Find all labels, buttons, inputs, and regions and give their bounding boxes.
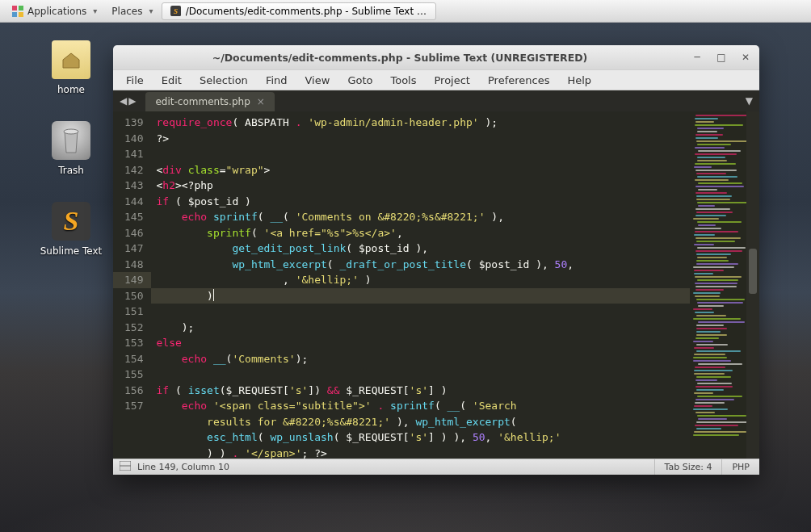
sublime-window: ~/Documents/edit-comments.php - Sublime … [113,45,759,475]
vertical-scrollbar[interactable] [746,111,759,459]
menu-project[interactable]: Project [426,72,477,89]
menu-find[interactable]: Find [258,72,296,89]
menu-edit[interactable]: Edit [153,72,190,89]
apps-icon [11,5,24,18]
tab-bar: ◀ ▶ edit-comments.php × ▼ [113,90,759,111]
taskbar-window-title: /Documents/edit-comments.php - Sublime T… [186,6,427,17]
line-gutter: 1391401411421431441451461471481491501511… [113,111,151,459]
tab-label: edit-comments.php [155,96,250,107]
places-label: Places [111,6,142,17]
tab-prev-icon[interactable]: ◀ [120,95,127,107]
tab-size[interactable]: Tab Size: 4 [654,459,722,475]
tab-close-icon[interactable]: × [257,96,265,107]
sublime-icon: S [52,202,90,241]
tab-overflow-icon[interactable]: ▼ [746,95,753,107]
trash-icon [52,121,90,160]
tab-next-icon[interactable]: ▶ [128,95,136,107]
window-title: ~/Documents/edit-comments.php - Sublime … [120,52,680,64]
sublime-label: Sublime Text [32,245,110,257]
menu-file[interactable]: File [118,72,152,89]
menu-preferences[interactable]: Preferences [480,72,557,89]
desktop-icon-sublime[interactable]: S Sublime Text [32,202,110,257]
menu-selection[interactable]: Selection [191,72,256,89]
trash-label: Trash [32,165,110,176]
status-bar: Line 149, Column 10 Tab Size: 4 PHP [113,459,759,475]
menu-bar: FileEditSelectionFindViewGotoToolsProjec… [113,69,759,90]
syntax-language[interactable]: PHP [721,459,759,475]
minimap[interactable] [690,111,746,459]
menu-view[interactable]: View [297,72,338,89]
code-area[interactable]: require_once( ABSPATH . 'wp-admin/admin-… [151,111,690,459]
close-button[interactable]: ✕ [738,50,753,65]
home-folder-icon [52,40,90,79]
svg-rect-3 [19,12,23,17]
svg-rect-1 [19,6,23,10]
file-tab[interactable]: edit-comments.php × [145,92,274,111]
menu-help[interactable]: Help [559,72,599,89]
desktop-icon-trash[interactable]: Trash [32,121,110,176]
applications-label: Applications [27,6,86,17]
svg-rect-2 [12,12,17,17]
minimize-button[interactable]: ─ [690,50,704,65]
menu-tools[interactable]: Tools [382,72,424,89]
svg-text:S: S [174,7,178,15]
places-menu[interactable]: Places [105,4,159,19]
tab-nav-arrows: ◀ ▶ [113,95,142,107]
system-taskbar: Applications Places S /Documents/edit-co… [0,0,811,23]
desktop-icon-home[interactable]: home [32,40,110,95]
sublime-task-icon: S [170,5,181,18]
home-label: home [32,84,110,95]
maximize-button[interactable]: □ [714,50,729,65]
applications-menu[interactable]: Applications [5,3,103,19]
svg-point-6 [64,129,78,134]
scroll-thumb[interactable] [749,249,757,294]
panel-switch-icon[interactable] [120,461,131,473]
window-titlebar[interactable]: ~/Documents/edit-comments.php - Sublime … [113,45,759,69]
menu-goto[interactable]: Goto [339,72,380,89]
taskbar-window-entry[interactable]: S /Documents/edit-comments.php - Sublime… [162,2,436,20]
editor-area: 1391401411421431441451461471481491501511… [113,111,759,459]
cursor-position[interactable]: Line 149, Column 10 [137,462,229,472]
svg-rect-0 [12,6,17,10]
